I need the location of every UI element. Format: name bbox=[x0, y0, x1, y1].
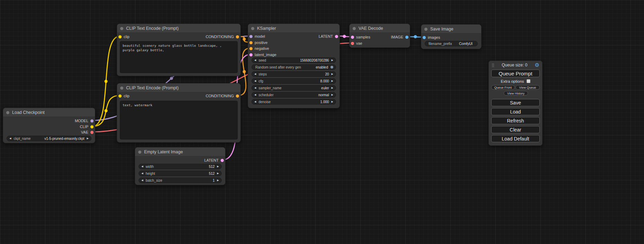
input-slot-clip[interactable]: clip bbox=[118, 35, 130, 39]
conditioning-slot-icon[interactable] bbox=[236, 35, 239, 38]
arrow-left-icon[interactable]: ◀ bbox=[254, 87, 256, 89]
collapse-dot-icon[interactable] bbox=[120, 87, 123, 90]
arrow-left-icon[interactable]: ◀ bbox=[254, 93, 256, 96]
node-title-bar[interactable]: VAE Decode bbox=[350, 24, 410, 33]
arrow-right-icon[interactable]: ▶ bbox=[332, 73, 333, 75]
node-vae-decode[interactable]: VAE Decode samples vae IMAGE bbox=[349, 24, 410, 48]
clip-slot-icon[interactable] bbox=[90, 125, 94, 128]
latent-slot-icon[interactable] bbox=[351, 36, 354, 39]
collapse-dot-icon[interactable] bbox=[353, 27, 356, 30]
denoise-widget[interactable]: ◀ denoise 1.000 ▶ bbox=[252, 99, 336, 105]
arrow-left-icon[interactable]: ◀ bbox=[254, 59, 256, 62]
model-slot-icon[interactable] bbox=[249, 35, 253, 38]
node-title-bar[interactable]: Load Checkpoint bbox=[3, 108, 95, 117]
arrow-left-icon[interactable]: ◀ bbox=[141, 172, 143, 175]
input-slot-images[interactable]: images bbox=[423, 35, 440, 39]
arrow-left-icon[interactable]: ◀ bbox=[254, 100, 256, 103]
input-slot-clip[interactable]: clip bbox=[118, 94, 130, 98]
arrow-left-icon[interactable]: ◀ bbox=[254, 80, 256, 82]
conditioning-slot-icon[interactable] bbox=[249, 47, 253, 50]
latent-slot-icon[interactable] bbox=[221, 159, 224, 162]
input-slot-vae[interactable]: vae bbox=[351, 41, 362, 45]
node-title-bar[interactable]: CLIP Text Encode (Prompt) bbox=[117, 24, 240, 33]
arrow-right-icon[interactable]: ▶ bbox=[332, 80, 333, 82]
input-slot-negative[interactable]: negative bbox=[249, 46, 269, 51]
arrow-left-icon[interactable]: ◀ bbox=[9, 137, 11, 140]
latent-slot-icon[interactable] bbox=[249, 53, 253, 56]
node-title-bar[interactable]: KSampler bbox=[248, 24, 339, 33]
arrow-right-icon[interactable]: ▶ bbox=[217, 179, 219, 182]
input-slot-positive[interactable]: positive bbox=[249, 40, 267, 45]
input-slot-model[interactable]: model bbox=[249, 34, 265, 38]
arrow-right-icon[interactable]: ▶ bbox=[217, 165, 219, 168]
negative-prompt-textarea[interactable]: text, watermark bbox=[120, 101, 238, 139]
latent-slot-icon[interactable] bbox=[335, 35, 338, 38]
node-clip-text-encode-positive[interactable]: CLIP Text Encode (Prompt) clip CONDITION… bbox=[117, 24, 241, 76]
output-slot-conditioning[interactable]: CONDITIONING bbox=[206, 35, 239, 39]
node-title-bar[interactable]: CLIP Text Encode (Prompt) bbox=[117, 83, 240, 92]
arrow-right-icon[interactable]: ▶ bbox=[332, 93, 333, 96]
cfg-widget[interactable]: ◀ cfg 8.000 ▶ bbox=[252, 78, 336, 84]
queue-prompt-button[interactable]: Queue Prompt bbox=[491, 70, 540, 77]
image-slot-icon[interactable] bbox=[405, 36, 408, 39]
input-slot-latent-image[interactable]: latent_image bbox=[249, 53, 276, 57]
output-slot-image[interactable]: IMAGE bbox=[391, 35, 408, 39]
node-load-checkpoint[interactable]: Load Checkpoint MODEL CLIP VAE ◀ ckpt_na… bbox=[3, 108, 95, 143]
view-history-button[interactable]: View History bbox=[504, 91, 528, 96]
batch-size-widget[interactable]: ◀ batch_size 1 ▶ bbox=[139, 178, 222, 183]
ckpt-name-widget[interactable]: ◀ ckpt_name v1-5-pruned-emaonly.ckpt ▶ bbox=[7, 136, 91, 141]
extra-options-checkbox[interactable] bbox=[527, 79, 530, 83]
collapse-dot-icon[interactable] bbox=[120, 27, 123, 30]
settings-gear-icon[interactable]: ⚙ bbox=[535, 63, 539, 67]
clip-slot-icon[interactable] bbox=[118, 94, 122, 98]
vae-slot-icon[interactable] bbox=[90, 131, 94, 134]
node-ksampler[interactable]: KSampler model positive negative latent_… bbox=[248, 24, 340, 108]
node-clip-text-encode-negative[interactable]: CLIP Text Encode (Prompt) clip CONDITION… bbox=[117, 83, 241, 143]
image-slot-icon[interactable] bbox=[423, 36, 426, 39]
height-widget[interactable]: ◀ height 512 ▶ bbox=[139, 171, 222, 176]
output-slot-clip[interactable]: CLIP bbox=[80, 125, 94, 129]
toggle-dot-icon[interactable] bbox=[330, 66, 333, 69]
refresh-button[interactable]: Refresh bbox=[491, 117, 540, 124]
load-button[interactable]: Load bbox=[491, 108, 540, 115]
output-slot-latent[interactable]: LATENT bbox=[319, 34, 338, 38]
random-seed-toggle-widget[interactable]: Random seed after every gen enabled bbox=[252, 64, 336, 70]
save-button[interactable]: Save bbox=[491, 99, 540, 106]
conditioning-slot-icon[interactable] bbox=[249, 41, 253, 44]
scheduler-widget[interactable]: ◀ scheduler normal ▶ bbox=[252, 92, 336, 98]
node-empty-latent-image[interactable]: Empty Latent Image LATENT ◀ width 512 ▶ … bbox=[135, 147, 226, 185]
width-widget[interactable]: ◀ width 512 ▶ bbox=[139, 164, 222, 169]
steps-widget[interactable]: ◀ steps 20 ▶ bbox=[252, 71, 336, 77]
vae-slot-icon[interactable] bbox=[351, 42, 354, 45]
view-queue-button[interactable]: View Queue bbox=[515, 85, 540, 90]
arrow-right-icon[interactable]: ▶ bbox=[87, 137, 89, 140]
arrow-left-icon[interactable]: ◀ bbox=[141, 165, 143, 168]
arrow-right-icon[interactable]: ▶ bbox=[217, 172, 219, 175]
sampler-name-widget[interactable]: ◀ sampler_name euler ▶ bbox=[252, 85, 336, 91]
arrow-left-icon[interactable]: ◀ bbox=[254, 73, 256, 75]
arrow-right-icon[interactable]: ▶ bbox=[332, 87, 333, 89]
collapse-dot-icon[interactable] bbox=[138, 151, 141, 154]
collapse-dot-icon[interactable] bbox=[424, 28, 427, 31]
queue-front-button[interactable]: Queue Front bbox=[491, 85, 515, 90]
node-graph-canvas[interactable]: Load Checkpoint MODEL CLIP VAE ◀ ckpt_na… bbox=[0, 0, 644, 244]
conditioning-slot-icon[interactable] bbox=[236, 94, 239, 98]
output-slot-model[interactable]: MODEL bbox=[75, 119, 94, 123]
collapse-dot-icon[interactable] bbox=[6, 111, 9, 114]
clear-button[interactable]: Clear bbox=[491, 126, 540, 133]
positive-prompt-textarea[interactable]: beautiful scenery nature glass bottle la… bbox=[120, 41, 238, 73]
node-title-bar[interactable]: Empty Latent Image bbox=[135, 147, 225, 156]
input-slot-samples[interactable]: samples bbox=[351, 35, 370, 39]
arrow-right-icon[interactable]: ▶ bbox=[332, 59, 333, 62]
collapse-dot-icon[interactable] bbox=[251, 27, 254, 30]
model-slot-icon[interactable] bbox=[90, 119, 94, 123]
load-default-button[interactable]: Load Default bbox=[491, 135, 540, 142]
node-title-bar[interactable]: Save Image bbox=[421, 25, 481, 34]
output-slot-conditioning[interactable]: CONDITIONING bbox=[206, 94, 239, 98]
drag-handle-icon[interactable]: ⣿ bbox=[492, 63, 494, 67]
arrow-left-icon[interactable]: ◀ bbox=[141, 179, 143, 182]
node-save-image[interactable]: Save Image images filename_prefix ComfyU… bbox=[421, 24, 482, 49]
output-slot-latent[interactable]: LATENT bbox=[204, 158, 224, 162]
clip-slot-icon[interactable] bbox=[118, 35, 122, 38]
output-slot-vae[interactable]: VAE bbox=[81, 130, 94, 134]
